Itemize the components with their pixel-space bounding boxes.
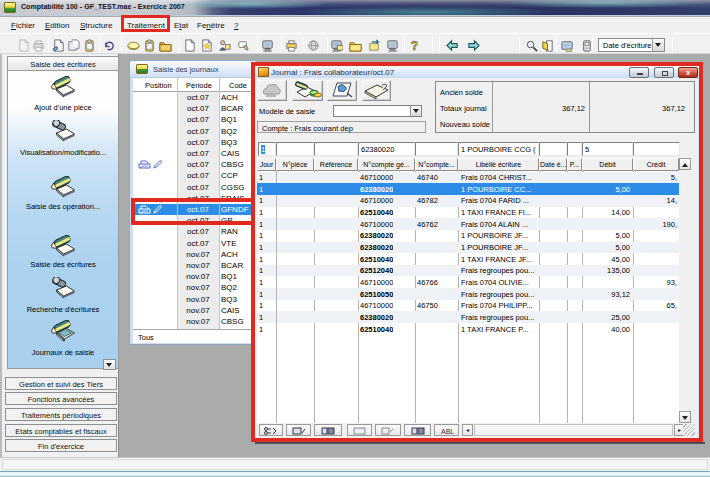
svg-text:?: ? bbox=[411, 39, 418, 52]
svg-text:ABL: ABL bbox=[441, 428, 454, 435]
